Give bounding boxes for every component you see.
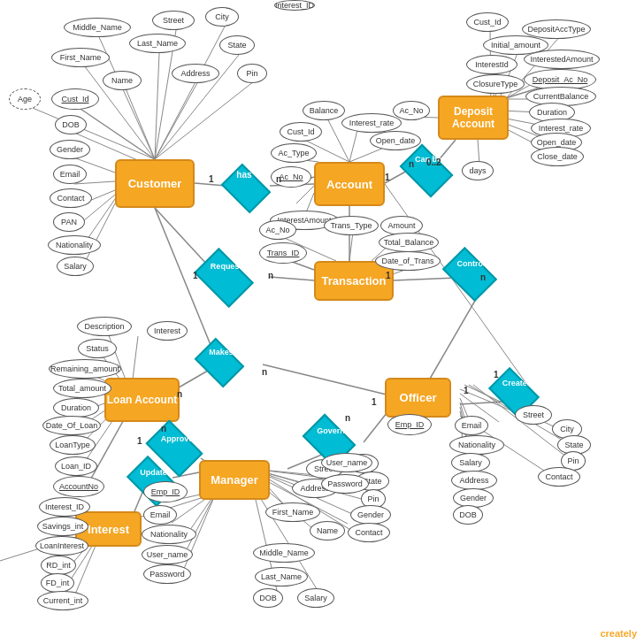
relation-creates-label: Creates	[502, 379, 532, 387]
attr-nationality-manager: Nationality	[142, 525, 196, 544]
mult-creates-1b: 1	[494, 370, 499, 380]
attr-email-officer: Email	[455, 416, 488, 435]
mult-canbe-02: 0..2	[426, 157, 441, 167]
attr-address-officer: Address	[451, 471, 497, 490]
attr-email: Email	[53, 165, 87, 184]
attr-contact-officer: Contact	[538, 467, 580, 487]
attr-last-name: Last_Name	[129, 34, 186, 53]
attr-name: Name	[103, 71, 142, 90]
attr-pan: PAN	[53, 212, 85, 232]
attr-age: Age	[9, 88, 41, 110]
attr-loan-id: Loan_ID	[55, 456, 97, 476]
entity-officer[interactable]: Officer	[385, 378, 451, 418]
mult-makes-n-off: n	[262, 367, 267, 377]
attr-email-manager: Email	[143, 505, 177, 525]
svg-line-73	[385, 184, 527, 385]
attr-ac-no-trans: Ac_No	[259, 220, 296, 240]
attr-interest-id-int: Interest_ID	[39, 497, 90, 517]
svg-line-54	[426, 295, 479, 385]
attr-loan-interest: LoanInterest	[35, 536, 88, 556]
svg-line-26	[296, 186, 314, 203]
attr-trans-type: Trans_Type	[324, 216, 379, 235]
watermark: creately	[600, 628, 637, 639]
attr-interest-id: Interest_ID	[274, 0, 315, 11]
attr-savings-int: Savings_int	[37, 517, 88, 536]
relation-requests-label: Requests	[211, 262, 247, 271]
entity-manager[interactable]: Manager	[199, 460, 270, 500]
svg-line-7	[155, 81, 254, 159]
attr-street-officer: Street	[515, 405, 552, 425]
attr-pin: Pin	[237, 64, 267, 83]
attr-dob-manager: DOB	[253, 588, 283, 608]
attr-first-name-manager: First_Name	[265, 502, 320, 522]
attr-cust-id-acc: Cust_Id	[280, 122, 322, 142]
attr-street: Street	[152, 11, 195, 30]
attr-password-manager: Password	[143, 564, 191, 584]
attr-last-name-manager: Last_Name	[255, 567, 308, 586]
mult-canbe-1: 1	[385, 172, 390, 182]
svg-line-57	[263, 364, 394, 396]
attr-duration-loan: Duration	[53, 398, 99, 418]
attr-interest-id-dep: InterestId	[466, 55, 518, 74]
attr-password-gov: Password	[321, 474, 369, 494]
attr-salary-manager: Salary	[297, 588, 334, 608]
svg-line-53	[394, 278, 454, 280]
attr-city: City	[205, 7, 239, 27]
attr-user-name-gov: User_name	[321, 453, 372, 472]
er-diagram-canvas: Customer Account Deposit Account Transac…	[0, 0, 644, 644]
mult-req-n: n	[268, 271, 273, 280]
attr-date-of-trans: Date_of_Trans	[375, 251, 441, 271]
svg-line-46	[270, 277, 314, 280]
attr-nationality-officer: Nationality	[449, 435, 504, 455]
attr-state: State	[219, 35, 255, 55]
attr-total-amount: Total_amount	[53, 379, 111, 398]
attr-emp-id-officer: Emp_ID	[387, 414, 432, 435]
attr-fd-int: FD_int	[41, 573, 74, 593]
svg-line-22	[349, 130, 357, 162]
mult-has-n: n	[276, 174, 281, 184]
relation-approves-label: Approves	[161, 434, 198, 443]
relation-governs-label: Governs	[317, 426, 349, 435]
attr-cust-id: Cust_Id	[51, 88, 99, 110]
entity-deposit-account[interactable]: Deposit Account	[438, 96, 509, 140]
entity-account[interactable]: Account	[314, 162, 385, 206]
attr-open-date: Open_date	[370, 131, 421, 150]
attr-remaining-amount: Remaining_amount	[49, 359, 121, 379]
attr-contact-manager: Contact	[348, 523, 390, 542]
attr-status: Status	[78, 339, 117, 358]
entity-customer[interactable]: Customer	[115, 159, 195, 208]
attr-gender-officer: Gender	[453, 488, 494, 508]
attr-interest-rate-acc: Interest_rate	[341, 113, 402, 133]
attr-dob: DOB	[55, 115, 87, 134]
attr-middle-name-manager: Middle_Name	[253, 543, 315, 563]
mult-has-1: 1	[209, 174, 214, 184]
attr-rd-int: RD_int	[41, 556, 76, 575]
attr-ac-no-dep: Ac_No	[393, 101, 430, 120]
attr-salary-officer: Salary	[451, 453, 490, 472]
attr-cust-id-dep: Cust_Id	[466, 12, 509, 32]
attr-nationality-cust: Nationality	[48, 235, 101, 255]
attr-loan-type: LoanType	[50, 435, 96, 455]
mult-governs-n: n	[345, 413, 350, 423]
attr-close-date: Close_date	[531, 147, 584, 166]
attr-first-name: First_Name	[51, 48, 110, 67]
mult-canbe-n: n	[409, 159, 414, 169]
attr-total-balance: Total_Balance	[379, 233, 439, 252]
attr-user-name-manager: User_name	[142, 545, 193, 564]
attr-gender: Gender	[50, 140, 90, 159]
attr-gender-manager: Gender	[350, 505, 391, 525]
relation-controls-label: Controls	[456, 259, 489, 268]
attr-account-no: AccountNo	[53, 476, 104, 497]
mult-makes-n-loan: n	[177, 389, 182, 399]
attr-ac-type: Ac_Type	[271, 143, 317, 163]
attr-emp-id-manager: Emp_ID	[143, 481, 188, 502]
attr-days: days	[462, 161, 494, 180]
mult-creates-1: 1	[464, 386, 469, 395]
mult-governs-1: 1	[372, 397, 377, 407]
mult-approves-1: 1	[137, 436, 142, 446]
mult-ctrl-1: 1	[386, 271, 391, 280]
attr-closure-type: ClosureType	[466, 74, 525, 94]
attr-salary-cust: Salary	[57, 257, 94, 276]
mult-approves-n: n	[161, 424, 166, 433]
entity-loan-account[interactable]: Loan Account	[104, 378, 180, 422]
